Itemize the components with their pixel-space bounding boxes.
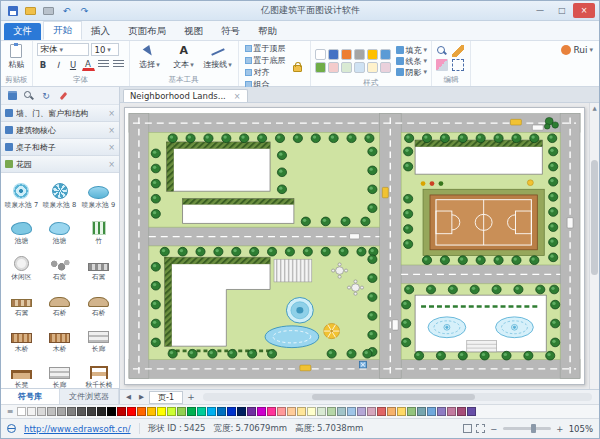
style-swatch[interactable] (315, 62, 326, 73)
color-swatch[interactable] (437, 407, 446, 416)
symbol-item[interactable]: 秋千长椅 (79, 355, 118, 388)
ribbon-tab[interactable]: 视图 (175, 23, 212, 40)
style-swatch[interactable] (367, 62, 378, 73)
color-swatch[interactable] (387, 407, 396, 416)
style-swatch[interactable] (328, 62, 339, 73)
style-swatch[interactable] (380, 62, 391, 73)
close-icon[interactable]: × (108, 126, 115, 135)
maximize-button[interactable]: □ (551, 3, 573, 18)
color-swatch[interactable] (257, 407, 266, 416)
color-swatch[interactable] (197, 407, 206, 416)
color-swatch[interactable] (217, 407, 226, 416)
selection-handle[interactable] (359, 361, 366, 368)
style-button[interactable]: 线条▾ (396, 56, 428, 66)
drawing-page[interactable] (124, 107, 585, 385)
font-color-button[interactable]: A (82, 58, 95, 71)
add-page-button[interactable]: + (185, 392, 197, 402)
color-swatch[interactable] (237, 407, 246, 416)
symbol-item[interactable]: 木桥 (41, 319, 80, 355)
arrange-button[interactable]: 置于底层 (243, 55, 288, 65)
align-center-button[interactable] (112, 58, 125, 71)
color-swatch[interactable] (57, 407, 66, 416)
fountain[interactable] (286, 298, 313, 324)
color-swatch[interactable] (47, 407, 56, 416)
arrange-button[interactable]: 对齐 (243, 67, 288, 77)
close-icon[interactable]: × (108, 160, 115, 169)
tool-button[interactable]: 连接线▾ (202, 43, 234, 70)
color-swatch[interactable] (267, 407, 276, 416)
building-top-right[interactable] (415, 140, 542, 174)
style-button[interactable]: 阴影▾ (396, 67, 428, 77)
vertical-scrollbar[interactable]: ▲ (589, 103, 599, 389)
select-all-button[interactable] (452, 59, 464, 71)
symbol-item[interactable]: 池塘 (41, 211, 80, 247)
swimming-pool[interactable] (265, 326, 319, 348)
color-swatch[interactable] (367, 407, 376, 416)
close-icon[interactable]: × (234, 92, 241, 101)
color-swatch[interactable] (247, 407, 256, 416)
library-button[interactable] (5, 89, 19, 102)
sidebar-tab[interactable]: 符号库 (1, 389, 60, 404)
fit-page-icon[interactable] (463, 424, 472, 433)
style-swatch[interactable] (354, 62, 365, 73)
scroll-up-icon[interactable]: ▲ (590, 103, 599, 113)
zoom-slider[interactable] (503, 427, 551, 430)
color-swatch[interactable] (27, 407, 36, 416)
color-swatch[interactable] (287, 407, 296, 416)
symbol-item[interactable]: 石篱 (79, 247, 118, 283)
arrange-button[interactable]: 置于顶层 (243, 43, 288, 53)
color-swatch[interactable] (127, 407, 136, 416)
refresh-button[interactable]: ↻ (39, 89, 53, 102)
color-swatch[interactable] (67, 407, 76, 416)
symbol-item[interactable]: 石桥 (79, 283, 118, 319)
color-swatch[interactable] (187, 407, 196, 416)
website-link[interactable]: http://www.edrawsoft.cn/ (24, 424, 131, 434)
style-swatch[interactable] (354, 49, 365, 60)
ribbon-tab[interactable]: 页面布局 (119, 23, 175, 40)
color-swatch[interactable] (417, 407, 426, 416)
fit-width-icon[interactable] (476, 424, 485, 433)
color-swatch[interactable] (427, 407, 436, 416)
symbol-item[interactable]: 长凳 (2, 355, 41, 388)
color-swatch[interactable] (457, 407, 466, 416)
color-swatch[interactable] (407, 407, 416, 416)
minimize-button[interactable]: — (529, 3, 551, 18)
color-swatch[interactable] (37, 407, 46, 416)
page-prev-button[interactable]: ◀ (123, 393, 134, 401)
chevron-down-icon[interactable]: ▾ (589, 46, 593, 54)
user-name[interactable]: Rui (573, 45, 587, 55)
color-swatch[interactable] (157, 407, 166, 416)
style-swatch[interactable] (367, 49, 378, 60)
symbol-item[interactable]: 木桥 (2, 319, 41, 355)
close-button[interactable]: × (573, 3, 595, 18)
symbol-item[interactable]: 石桥 (41, 283, 80, 319)
color-swatch[interactable] (447, 407, 456, 416)
symbol-item[interactable]: 长廊 (41, 355, 80, 388)
style-button[interactable]: 填充▾ (396, 45, 428, 55)
horizontal-scrollbar[interactable] (203, 393, 592, 401)
ribbon-tab[interactable]: 开始 (43, 21, 82, 40)
ribbon-tab[interactable]: 文件 (4, 23, 41, 40)
symbol-item[interactable]: 休闲区 (2, 247, 41, 283)
symbol-panel-header[interactable]: 墙、门、窗户和结构 × (1, 105, 119, 122)
paste-button[interactable]: 粘贴 (5, 43, 28, 71)
scrollbar-thumb[interactable] (591, 160, 598, 274)
color-swatch[interactable] (337, 407, 346, 416)
zoom-in-button[interactable]: + (555, 424, 565, 434)
zoom-out-button[interactable]: − (489, 424, 499, 434)
edit-button[interactable] (452, 45, 464, 57)
search-button[interactable] (22, 89, 36, 102)
color-swatch[interactable] (347, 407, 356, 416)
basketball-court[interactable] (423, 189, 544, 255)
tool-button[interactable]: 选择▾ (134, 43, 166, 70)
color-swatch[interactable] (97, 407, 106, 416)
symbol-item[interactable]: 喷泉水池 8 (41, 175, 80, 211)
print-button[interactable] (41, 4, 56, 18)
style-swatch[interactable] (328, 49, 339, 60)
scrollbar-thumb[interactable] (312, 394, 475, 400)
undo-button[interactable]: ↶ (59, 4, 74, 18)
ribbon-tab[interactable]: 帮助 (249, 23, 286, 40)
ribbon-tab[interactable]: 符号 (212, 23, 249, 40)
align-left-button[interactable] (97, 58, 110, 71)
document-tab[interactable]: Neighborhood Lands... × (123, 89, 248, 102)
